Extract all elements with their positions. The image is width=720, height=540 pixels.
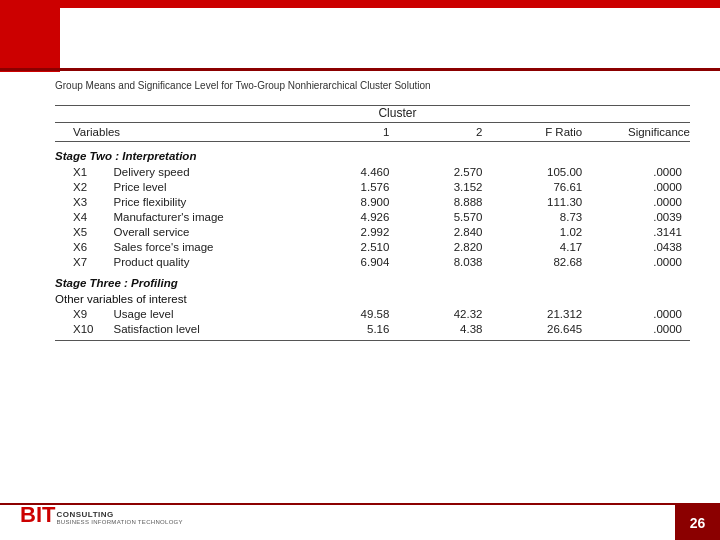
var-name: Usage level: [111, 306, 304, 321]
top-bar: [0, 0, 720, 8]
table-row: X6Sales force's image2.5102.8204.17.0438: [55, 239, 690, 254]
table-row: X4Manufacturer's image4.9265.5708.73.003…: [55, 209, 690, 224]
var-code: X10: [55, 321, 111, 336]
significance-value: .0000: [590, 194, 690, 209]
cluster1-value: 6.904: [304, 254, 397, 269]
table-row: X3Price flexibility8.9008.888111.30.0000: [55, 194, 690, 209]
f-ratio-value: 111.30: [490, 194, 590, 209]
col-f-ratio: F Ratio: [490, 123, 590, 142]
f-ratio-value: 105.00: [490, 164, 590, 179]
logo-consulting-block: CONSULTING BUSINESS INFORMATION TECHNOLO…: [56, 511, 182, 526]
cluster2-value: 2.820: [397, 239, 490, 254]
red-square: [0, 0, 60, 72]
bottom-bar: BIT CONSULTING BUSINESS INFORMATION TECH…: [0, 490, 720, 540]
sub-section-header: Other variables of interest: [55, 291, 690, 306]
cluster1-value: 5.16: [304, 321, 397, 336]
f-ratio-value: 21.312: [490, 306, 590, 321]
col-header-row: Variables 1 2 F Ratio Significance: [55, 123, 690, 142]
cluster2-value: 8.038: [397, 254, 490, 269]
cluster1-value: 8.900: [304, 194, 397, 209]
f-ratio-value: 82.68: [490, 254, 590, 269]
significance-value: .0438: [590, 239, 690, 254]
cluster2-value: 2.570: [397, 164, 490, 179]
cluster-header: Cluster: [304, 106, 490, 123]
var-name: Sales force's image: [111, 239, 304, 254]
page-number: 26: [675, 505, 720, 540]
cluster1-value: 2.510: [304, 239, 397, 254]
cluster2-value: 4.38: [397, 321, 490, 336]
var-name: Delivery speed: [111, 164, 304, 179]
var-code: X3: [55, 194, 111, 209]
var-name: Price flexibility: [111, 194, 304, 209]
var-code: X7: [55, 254, 111, 269]
table-row: X1Delivery speed4.4602.570105.00.0000: [55, 164, 690, 179]
var-code: X1: [55, 164, 111, 179]
significance-value: .0000: [590, 164, 690, 179]
cluster1-value: 1.576: [304, 179, 397, 194]
cluster1-value: 4.460: [304, 164, 397, 179]
logo: BIT CONSULTING BUSINESS INFORMATION TECH…: [20, 504, 183, 526]
main-content: Group Means and Significance Level for T…: [55, 80, 690, 480]
f-ratio-value: 8.73: [490, 209, 590, 224]
f-ratio-value: 1.02: [490, 224, 590, 239]
table-row: X10Satisfaction level5.164.3826.645.0000: [55, 321, 690, 336]
section-header: Stage Three : Profiling: [55, 269, 690, 291]
col-c2: 2: [397, 123, 490, 142]
cluster1-value: 49.58: [304, 306, 397, 321]
f-ratio-value: 26.645: [490, 321, 590, 336]
bottom-border-row: [55, 336, 690, 340]
cluster2-value: 8.888: [397, 194, 490, 209]
table-row: X2Price level1.5763.15276.61.0000: [55, 179, 690, 194]
col-significance: Significance: [590, 123, 690, 142]
f-ratio-value: 76.61: [490, 179, 590, 194]
logo-sub: BUSINESS INFORMATION TECHNOLOGY: [56, 519, 182, 526]
cluster1-value: 4.926: [304, 209, 397, 224]
var-name: Satisfaction level: [111, 321, 304, 336]
significance-value: .3141: [590, 224, 690, 239]
col-c1: 1: [304, 123, 397, 142]
cluster2-value: 3.152: [397, 179, 490, 194]
var-code: X4: [55, 209, 111, 224]
table-wrapper: Cluster Variables 1 2 F Ratio Significan…: [55, 105, 690, 341]
significance-value: .0000: [590, 179, 690, 194]
cluster-header-row: Cluster: [55, 106, 690, 123]
cluster1-value: 2.992: [304, 224, 397, 239]
table-row: X5Overall service2.9922.8401.02.3141: [55, 224, 690, 239]
var-code: X2: [55, 179, 111, 194]
significance-value: .0000: [590, 254, 690, 269]
table-row: X7Product quality6.9048.03882.68.0000: [55, 254, 690, 269]
data-table: Cluster Variables 1 2 F Ratio Significan…: [55, 105, 690, 341]
var-code: X5: [55, 224, 111, 239]
cluster2-value: 42.32: [397, 306, 490, 321]
table-row: X9Usage level49.5842.3221.312.0000: [55, 306, 690, 321]
col-variables: Variables: [55, 123, 304, 142]
var-name: Overall service: [111, 224, 304, 239]
f-ratio-value: 4.17: [490, 239, 590, 254]
significance-value: .0000: [590, 321, 690, 336]
significance-value: .0000: [590, 306, 690, 321]
cluster2-value: 2.840: [397, 224, 490, 239]
section-header: Stage Two : Interpretation: [55, 142, 690, 165]
logo-bit-text: BIT: [20, 504, 55, 526]
logo-consulting: CONSULTING: [56, 511, 182, 520]
var-code: X6: [55, 239, 111, 254]
dark-line: [0, 68, 720, 71]
var-name: Manufacturer's image: [111, 209, 304, 224]
significance-value: .0039: [590, 209, 690, 224]
var-name: Product quality: [111, 254, 304, 269]
page-title: Group Means and Significance Level for T…: [55, 80, 690, 91]
var-name: Price level: [111, 179, 304, 194]
cluster2-value: 5.570: [397, 209, 490, 224]
var-code: X9: [55, 306, 111, 321]
